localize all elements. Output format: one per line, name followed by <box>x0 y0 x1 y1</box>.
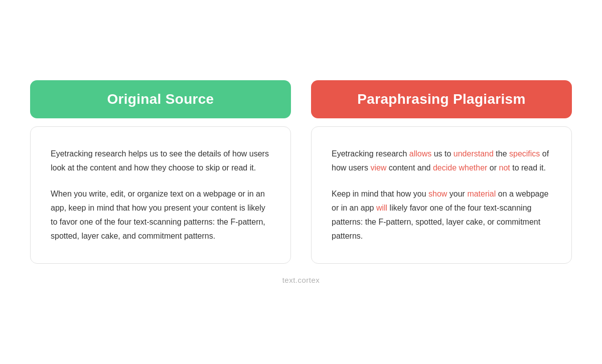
paraphrasing-header-badge: Paraphrasing Plagiarism <box>311 80 572 118</box>
paraphrasing-column: Paraphrasing Plagiarism Eyetracking rese… <box>311 80 572 264</box>
paraphrasing-content-card: Eyetracking research allows us to unders… <box>311 126 572 264</box>
p2-highlight-material: material <box>467 190 496 198</box>
p1-text-5: content and <box>386 163 433 172</box>
p1-highlight-understand: understand <box>454 149 494 158</box>
p1-highlight-decide-whether: decide whether <box>433 163 488 172</box>
p1-text-7: to read it. <box>510 163 546 172</box>
p2-text-2: your <box>447 190 467 198</box>
p1-highlight-not: not <box>499 163 510 172</box>
paraphrasing-paragraph-1: Eyetracking research allows us to unders… <box>332 147 551 175</box>
p1-text-3: the <box>494 149 509 158</box>
p1-highlight-view: view <box>370 163 386 172</box>
original-p2-text: When you write, edit, or organize text o… <box>51 190 265 240</box>
main-container: Original Source Eyetracking research hel… <box>30 80 572 264</box>
p2-text-1: Keep in mind that how you <box>332 190 428 198</box>
original-column: Original Source Eyetracking research hel… <box>30 80 291 264</box>
original-header-badge: Original Source <box>30 80 291 118</box>
p1-text-6: or <box>487 163 499 172</box>
original-content-card: Eyetracking research helps us to see the… <box>30 126 291 264</box>
p1-text-2: us to <box>431 149 454 158</box>
p2-highlight-show: show <box>428 190 447 198</box>
p1-highlight-allows: allows <box>409 149 431 158</box>
p1-highlight-specifics: specifics <box>509 149 540 158</box>
p2-highlight-will: will <box>376 204 387 212</box>
original-paragraph-1: Eyetracking research helps us to see the… <box>51 147 270 175</box>
paraphrasing-paragraph-2: Keep in mind that how you show your mate… <box>332 187 551 243</box>
original-paragraph-2: When you write, edit, or organize text o… <box>51 187 270 243</box>
p1-text-1: Eyetracking research <box>332 149 409 158</box>
footer-text: text.cortex <box>30 276 572 284</box>
original-header-title: Original Source <box>107 91 214 107</box>
paraphrasing-header-title: Paraphrasing Plagiarism <box>357 91 525 107</box>
original-p1-text: Eyetracking research helps us to see the… <box>51 149 269 172</box>
